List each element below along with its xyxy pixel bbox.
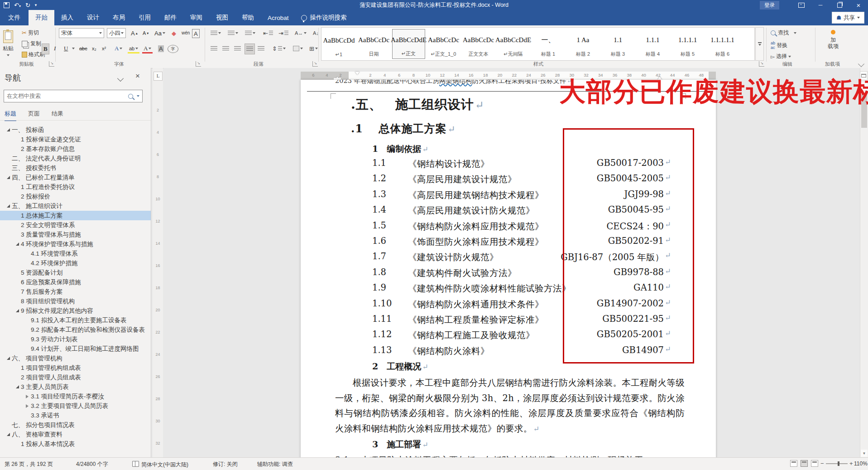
numbering-button[interactable] [226,28,240,38]
nav-item-32[interactable]: 八、 资格审查资料 [0,430,151,439]
nav-item-1[interactable]: 1 投标保证金递交凭证 [0,135,151,144]
document-page[interactable]: 2023 年卷烟物流配送中心联合工房网架钢结构防火涂料工程采购项目-投标文件↵ … [301,80,716,458]
borders-button[interactable]: ⊞ [308,44,319,53]
styles-more-button[interactable] [755,27,764,61]
first-line-indent-marker[interactable] [355,72,360,75]
nav-item-8[interactable]: 五、 施工组织设计 [0,201,151,211]
nav-item-30[interactable]: 3.3 承诺书 [0,411,151,420]
font-size-combo[interactable]: 小四 [107,28,126,38]
tab-0[interactable]: 开始 [29,10,54,25]
copy-button[interactable]: 复制 [22,40,41,48]
disclosure-open-icon[interactable] [5,176,12,179]
style-item-4[interactable]: AaBbCcDc正文文本 [462,29,495,59]
tab-file[interactable]: 文件 [0,10,29,25]
styles-dialog-launcher[interactable]: ↘ [759,61,764,67]
nav-item-12[interactable]: 4 环境保护管理体系与措施 [0,239,151,249]
nav-item-18[interactable]: 8 项目组织管理机构 [0,296,151,306]
tab-3[interactable]: 布局 [106,10,132,25]
nav-item-28[interactable]: 3.1 项目经理简历表-李樱汝 [0,392,151,401]
subscript-button[interactable]: x₂ [91,44,98,53]
nav-item-20[interactable]: 9.1 拟投入本工程的主要施工设备表 [0,315,151,325]
tab-4[interactable]: 引用 [132,10,158,25]
ribbon-display-options-button[interactable] [792,0,811,10]
sort-button[interactable]: A↓ [312,28,320,38]
paste-button[interactable]: 粘贴 [3,28,14,58]
italic-button[interactable]: I [53,44,57,53]
font-color-button[interactable]: A [142,44,153,53]
line-spacing-button[interactable]: ⇕ [271,44,287,53]
nav-item-14[interactable]: 4.2 环境保护措施 [0,258,151,268]
nav-item-25[interactable]: 1 项目管理机构组成表 [0,363,151,373]
character-border-button[interactable]: A [192,29,200,38]
clear-formatting-button[interactable]: ◆ [170,28,177,38]
increase-indent-button[interactable]: ⇥ [277,28,290,38]
nav-item-17[interactable]: 7 售后服务方案 [0,287,151,296]
disclosure-closed-icon[interactable] [24,395,31,398]
text-effects-button[interactable]: A [113,44,124,53]
nav-pane-options-chevron-icon[interactable] [117,75,124,82]
disclosure-open-icon[interactable] [5,433,12,436]
disclosure-closed-icon[interactable] [24,404,31,408]
share-button[interactable]: ☗ 共享 [832,12,864,24]
font-name-combo[interactable]: 宋体 [59,28,104,38]
minimize-button[interactable]: ─ [811,0,830,10]
nav-item-0[interactable]: 一、 投标函 [0,125,151,135]
nav-item-31[interactable]: 七、 拟分包项目情况表 [0,420,151,430]
add-ins-button[interactable]: 加载项 [828,30,839,49]
redo-icon[interactable]: ↻ [25,2,30,8]
tab-7[interactable]: 视图 [209,10,235,25]
nav-search-box[interactable]: 在文档中搜索 [4,90,143,102]
justify-button[interactable] [245,44,255,54]
nav-tab-0[interactable]: 标题 [5,110,16,121]
nav-item-4[interactable]: 三、 授权委托书 [0,163,151,173]
find-button[interactable]: 查找 [771,29,796,37]
nav-item-13[interactable]: 4.1 环境管理体系 [0,249,151,258]
asian-layout-button[interactable]: A↔ [293,28,308,38]
nav-item-22[interactable]: 9.3 劳动力计划表 [0,334,151,344]
vertical-ruler[interactable]: L 2468101214161820222426283032 [153,68,163,458]
disclosure-open-icon[interactable] [5,128,12,131]
nav-tab-2[interactable]: 结果 [52,110,63,121]
nav-item-23[interactable]: 9.4 计划开、竣工日期和施工进度网络图 [0,344,151,354]
grow-font-button[interactable]: A▴ [129,28,139,38]
style-item-6[interactable]: 一、标题 1 [532,29,565,59]
strikethrough-button[interactable]: abc [78,44,89,53]
tab-5[interactable]: 邮件 [158,10,183,25]
nav-item-26[interactable]: 2 项目管理人员组成表 [0,373,151,382]
nav-item-21[interactable]: 9.2 拟配备本工程的试验和检测仪器设备表 [0,325,151,334]
enclose-characters-button[interactable]: 字 [168,45,178,53]
tab-selector[interactable]: L [153,72,163,81]
distribute-button[interactable] [256,44,266,53]
style-item-7[interactable]: 1 Aa标题 2 [566,29,599,59]
style-item-2[interactable]: AaBbCcDdE↵正文 [392,29,425,59]
nav-tab-1[interactable]: 页面 [28,110,40,121]
nav-item-27[interactable]: 3 主要人员简历表 [0,382,151,392]
tab-6[interactable]: 审阅 [183,10,209,25]
zoom-out-icon[interactable]: − [820,460,824,467]
nav-item-11[interactable]: 3 质量管理体系与措施 [0,230,151,239]
nav-pane-close-icon[interactable]: × [135,72,140,81]
tab-9[interactable]: Acrobat [261,10,296,25]
clipboard-dialog-launcher[interactable]: ↘ [49,61,54,67]
search-dropdown-icon[interactable] [137,95,139,97]
zoom-slider-thumb[interactable] [838,461,839,466]
nav-item-5[interactable]: 四、 已标价工程量清单 [0,173,151,182]
tab-1[interactable]: 插入 [54,10,80,25]
language-indicator[interactable]: 简体中文(中国大陆) [132,460,188,469]
replace-button[interactable]: abac 替换 [771,41,787,50]
phonetic-guide-button[interactable]: wén [180,28,191,38]
style-item-1[interactable]: AaBbCcDc日期 [357,29,390,59]
restore-button[interactable] [830,0,849,10]
scroll-down-icon[interactable]: ▼ [861,450,868,457]
select-button[interactable]: ▻ 选择 [771,53,791,60]
style-item-8[interactable]: 1.1标题 3 [601,29,634,59]
nav-item-3[interactable]: 二、 法定代表人身份证明 [0,154,151,163]
zoom-level[interactable]: 110% [854,460,868,467]
tab-8[interactable]: 帮助 [235,10,261,25]
search-icon[interactable] [128,94,133,99]
shrink-font-button[interactable]: A▾ [141,28,150,38]
collapse-ribbon-icon[interactable] [858,61,864,67]
nav-item-19[interactable]: 9 招标文件规定的其他内容 [0,306,151,315]
vertical-scrollbar[interactable]: ▲ ▼ [860,68,868,458]
bullets-button[interactable] [209,28,222,38]
